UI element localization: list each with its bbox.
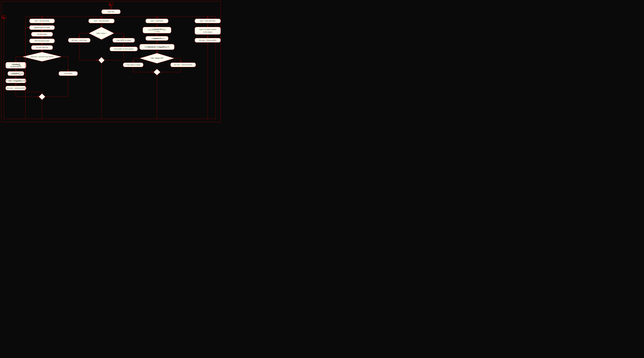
merge-diamond-middle [98,57,105,63]
clear-buffer-label: Clear buffer [64,72,72,74]
svg-text:Calculate Pin = Psignal/Pnoise: Calculate Pin = Psignal/Pnoise [148,46,166,48]
append-input-label: Append input to buffer [34,26,50,28]
state-send-end-frame-label: state = send end frame [200,20,216,22]
svg-text:Calculate Psignal  (+-1 bin): Calculate Psignal (+-1 bin) [148,29,166,31]
clear-buffer-used-label: Clear buffer of used samples [114,48,134,50]
copy-425-label1: Copy 4.25 input symbols [199,28,216,30]
set-send-preamble-label: Set state = send preamble [7,87,25,89]
svg-point-8 [3,15,6,18]
svg-text:(+-1 bin): (+-1 bin) [13,66,18,67]
svg-text:Pstore = Psignal/Pnoise: Pstore = Psignal/Pnoise [9,80,22,82]
get-max-dft-label: Get max DFT bin [36,46,48,48]
copy-425-label2: to the output [203,31,212,33]
dechirp-label: Dechirp input [37,33,47,35]
dft-label: DFT dechirped input [35,40,49,42]
set-send-end-frame-label: Set state = send end frame [174,64,192,66]
svg-point-5 [110,3,112,5]
svg-text:Pin > Pstore - Th: Pin > Pstore - Th [152,57,162,59]
state-send-frame-label: state = send frame [150,20,164,22]
state-send-preamble-label: state = send preamble [94,20,109,22]
copy-input-output-label: Copy input to output [126,64,140,66]
svg-text:Calculate Pnoise: Calculate Pnoise [152,37,162,39]
svg-text:signal: signal [18,64,21,66]
buffer-empty-label: buffer empty ? [96,32,107,34]
calc-psignal-right-label2: (+-1 bin) [154,31,160,32]
merge-diamond-right [154,69,160,75]
merge-diamond-left [39,93,45,100]
set-send-frame-label: Set state = send frame [72,39,87,41]
set-find-preamble-label: Set state = find preamble [199,39,216,41]
state-find-preamble-label: state = find preamble [34,20,49,22]
input-data-label: input data [108,11,114,12]
condition-max-bin-label: (max bin = previous max bin)*8 [31,56,54,58]
copy-buffer-output-label: Copy buffer to output [116,39,131,41]
